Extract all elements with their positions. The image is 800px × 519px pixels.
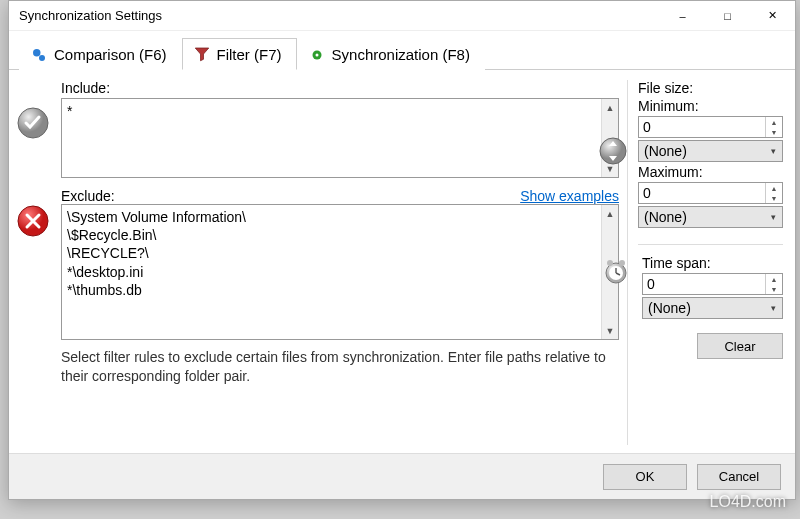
min-unit-combo[interactable]: (None) ▾	[638, 140, 783, 162]
left-icon-column	[13, 80, 53, 445]
scroll-up-icon[interactable]: ▲	[602, 205, 618, 222]
include-textarea[interactable]: *	[62, 99, 601, 177]
exclude-label: Exclude:	[61, 188, 115, 204]
spin-down-icon[interactable]: ▼	[766, 193, 782, 203]
tab-comparison[interactable]: Comparison (F6)	[19, 38, 182, 70]
minimize-button[interactable]: –	[660, 1, 705, 31]
timespan-unit-combo[interactable]: (None) ▾	[642, 297, 783, 319]
svg-point-10	[619, 260, 625, 266]
maximize-button[interactable]: □	[705, 1, 750, 31]
max-unit-combo[interactable]: (None) ▾	[638, 206, 783, 228]
separator	[638, 244, 783, 245]
check-circle-icon	[16, 106, 50, 140]
tab-synchronization[interactable]: Synchronization (F8)	[297, 38, 485, 70]
max-value[interactable]: 0	[639, 183, 765, 203]
filter-main-panel: Include: * ▲ ▼ Exclude: Show examples \S…	[61, 80, 619, 445]
tab-bar: Comparison (F6) Filter (F7) Synchronizat…	[9, 31, 795, 70]
gears-icon	[30, 46, 48, 64]
svg-point-0	[33, 49, 41, 57]
dialog-button-row: OK Cancel	[9, 453, 795, 499]
scroll-up-icon[interactable]: ▲	[602, 99, 618, 116]
timespan-unit-value: (None)	[643, 298, 765, 318]
spin-down-icon[interactable]: ▼	[766, 127, 782, 137]
clock-icon	[602, 257, 630, 285]
min-label: Minimum:	[638, 98, 783, 114]
right-panel: File size: Minimum: 0 ▲▼ (None) ▾ Maximu…	[627, 80, 783, 445]
max-label: Maximum:	[638, 164, 783, 180]
hint-text: Select filter rules to exclude certain f…	[61, 348, 619, 386]
tab-label: Synchronization (F8)	[332, 46, 470, 63]
max-unit-value: (None)	[639, 207, 765, 227]
scroll-down-icon[interactable]: ▼	[602, 322, 618, 339]
tab-label: Filter (F7)	[217, 46, 282, 63]
include-label: Include:	[61, 80, 619, 96]
filesize-label: File size:	[638, 80, 783, 96]
timespan-value[interactable]: 0	[643, 274, 765, 294]
spin-down-icon[interactable]: ▼	[766, 284, 782, 294]
exclude-textarea[interactable]: \System Volume Information\ \$Recycle.Bi…	[62, 205, 601, 339]
min-unit-value: (None)	[639, 141, 765, 161]
min-value[interactable]: 0	[639, 117, 765, 137]
updown-arrows-icon	[598, 136, 628, 166]
ok-button[interactable]: OK	[603, 464, 687, 490]
chevron-down-icon[interactable]: ▾	[765, 207, 782, 227]
tab-filter[interactable]: Filter (F7)	[182, 38, 297, 70]
spin-up-icon[interactable]: ▲	[766, 117, 782, 127]
svg-point-3	[315, 53, 318, 56]
spin-up-icon[interactable]: ▲	[766, 183, 782, 193]
exclude-textarea-wrap: \System Volume Information\ \$Recycle.Bi…	[61, 204, 619, 340]
dialog-window: Synchronization Settings – □ ✕ Compariso…	[8, 0, 796, 500]
clear-button[interactable]: Clear	[697, 333, 783, 359]
spin-up-icon[interactable]: ▲	[766, 274, 782, 284]
funnel-icon	[193, 45, 211, 63]
tab-body: Include: * ▲ ▼ Exclude: Show examples \S…	[9, 70, 795, 453]
timespan-label: Time span:	[642, 255, 783, 271]
x-circle-icon	[16, 204, 50, 238]
svg-point-9	[607, 260, 613, 266]
tab-label: Comparison (F6)	[54, 46, 167, 63]
svg-point-1	[39, 55, 45, 61]
timespan-spinner[interactable]: 0 ▲▼	[642, 273, 783, 295]
show-examples-link[interactable]: Show examples	[520, 188, 619, 204]
window-title: Synchronization Settings	[19, 8, 162, 23]
chevron-down-icon[interactable]: ▾	[765, 298, 782, 318]
gear-icon	[308, 46, 326, 64]
titlebar: Synchronization Settings – □ ✕	[9, 1, 795, 31]
cancel-button[interactable]: Cancel	[697, 464, 781, 490]
chevron-down-icon[interactable]: ▾	[765, 141, 782, 161]
min-spinner[interactable]: 0 ▲▼	[638, 116, 783, 138]
include-textarea-wrap: * ▲ ▼	[61, 98, 619, 178]
close-button[interactable]: ✕	[750, 1, 795, 31]
max-spinner[interactable]: 0 ▲▼	[638, 182, 783, 204]
